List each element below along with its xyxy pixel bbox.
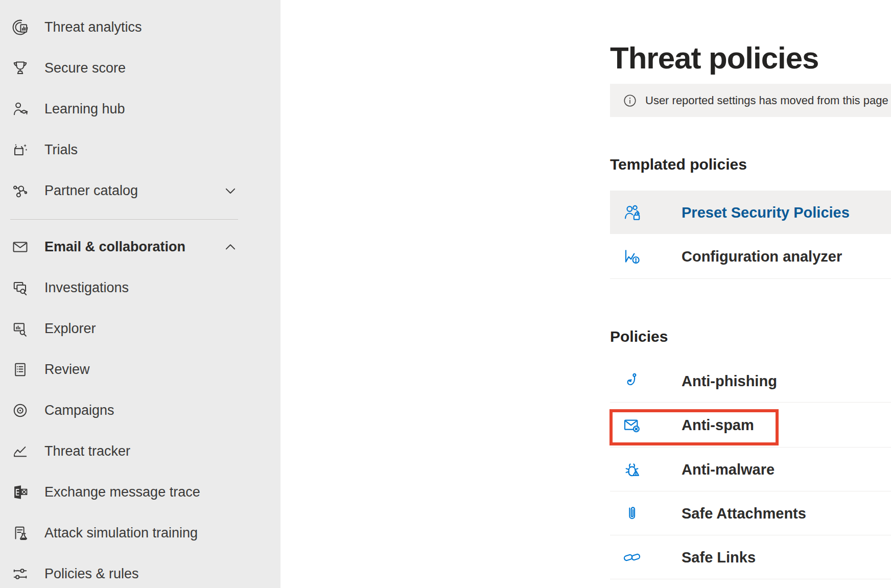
sidebar-item-attack-simulation-training[interactable]: Attack simulation training xyxy=(0,512,280,553)
banner-message: User reported settings has moved from th… xyxy=(645,94,891,107)
sidebar-item-label: Investigations xyxy=(44,280,129,296)
anti-malware-icon xyxy=(622,459,642,480)
sidebar-item-label: Email & collaboration xyxy=(44,239,185,255)
sidebar-divider xyxy=(10,219,238,220)
sidebar-item-threat-analytics[interactable]: Threat analytics xyxy=(0,7,280,48)
chevron-up-icon[interactable] xyxy=(223,239,238,254)
defender-portal-screen: Threat analytics Secure score Learning h… xyxy=(0,0,891,588)
trophy-icon xyxy=(11,59,30,78)
threat-analytics-icon xyxy=(11,18,30,37)
anti-spam-icon xyxy=(622,415,642,435)
sidebar-item-label: Trials xyxy=(44,142,78,158)
sidebar-item-label: Review xyxy=(44,362,90,378)
explorer-icon xyxy=(11,319,30,338)
configuration-analyzer-icon xyxy=(622,246,642,267)
sidebar-item-policies-rules[interactable]: Policies & rules xyxy=(0,553,280,588)
sidebar-item-partner-catalog[interactable]: Partner catalog xyxy=(0,170,280,211)
sliders-icon xyxy=(11,565,30,583)
row-anti-phishing[interactable]: Anti-phishing Protect users from p xyxy=(610,360,891,403)
sidebar-item-label: Threat tracker xyxy=(44,443,130,459)
sidebar-item-label: Threat analytics xyxy=(44,19,142,35)
main-content: Threat policies User reported settings h… xyxy=(280,0,891,588)
attack-simulation-icon xyxy=(11,524,30,543)
exchange-icon xyxy=(11,483,30,502)
review-icon xyxy=(11,360,30,379)
policies-heading: Policies xyxy=(610,328,668,345)
row-title[interactable]: Anti-malware xyxy=(682,461,775,478)
row-anti-spam[interactable]: Anti-spam Protect your organiz xyxy=(610,403,891,448)
sidebar-item-label: Explorer xyxy=(44,321,96,337)
safe-links-icon xyxy=(622,547,642,568)
chevron-down-icon[interactable] xyxy=(223,183,238,198)
info-banner: User reported settings has moved from th… xyxy=(610,84,891,117)
partner-catalog-icon xyxy=(11,181,30,200)
row-anti-malware[interactable]: Anti-malware Protect your organiz xyxy=(610,448,891,491)
sidebar-item-investigations[interactable]: Investigations xyxy=(0,267,280,308)
mail-icon xyxy=(11,238,30,256)
sidebar-item-label: Campaigns xyxy=(44,403,114,418)
templated-policies-heading: Templated policies xyxy=(610,156,747,173)
sidebar-item-label: Policies & rules xyxy=(44,566,139,582)
investigations-icon xyxy=(11,278,30,297)
row-title[interactable]: Configuration analyzer xyxy=(682,248,842,265)
row-title[interactable]: Safe Attachments xyxy=(682,505,806,522)
row-title[interactable]: Anti-spam xyxy=(682,416,754,433)
sidebar-item-label: Partner catalog xyxy=(44,183,138,199)
learning-hub-icon xyxy=(11,100,30,119)
sidebar-item-exchange-message-trace[interactable]: Exchange message trace xyxy=(0,472,280,512)
sidebar-item-trials[interactable]: Trials xyxy=(0,129,280,170)
sidebar-nav: Threat analytics Secure score Learning h… xyxy=(0,0,280,588)
paperclip-icon xyxy=(622,503,642,524)
row-title-link[interactable]: Preset Security Policies xyxy=(682,204,850,221)
row-title[interactable]: Anti-phishing xyxy=(682,372,777,389)
threat-tracker-icon xyxy=(11,442,30,461)
row-title[interactable]: Safe Links xyxy=(682,549,756,566)
sidebar-item-email-collaboration[interactable]: Email & collaboration xyxy=(0,226,280,267)
sidebar-item-threat-tracker[interactable]: Threat tracker xyxy=(0,431,280,472)
sidebar-item-explorer[interactable]: Explorer xyxy=(0,308,280,349)
sidebar-item-campaigns[interactable]: Campaigns xyxy=(0,390,280,431)
sidebar-item-label: Exchange message trace xyxy=(44,484,200,500)
sidebar-item-learning-hub[interactable]: Learning hub xyxy=(0,88,280,129)
trials-icon xyxy=(11,140,30,159)
preset-security-policies-icon xyxy=(622,202,642,223)
sidebar-item-review[interactable]: Review xyxy=(0,349,280,390)
row-safe-attachments[interactable]: Safe Attachments Protect your organiz xyxy=(610,491,891,535)
anti-phishing-icon xyxy=(622,371,642,391)
info-icon xyxy=(622,93,638,108)
sidebar-item-secure-score[interactable]: Secure score xyxy=(0,48,280,88)
sidebar-item-label: Learning hub xyxy=(44,101,125,117)
row-configuration-analyzer[interactable]: Configuration analyzer Identify issues i… xyxy=(610,234,891,279)
page-title: Threat policies xyxy=(610,42,818,75)
campaigns-icon xyxy=(11,401,30,420)
row-safe-links[interactable]: Safe Links Protect your users fr xyxy=(610,535,891,579)
row-preset-security-policies[interactable]: Preset Security Policies Easily configur… xyxy=(610,191,891,234)
sidebar-item-label: Secure score xyxy=(44,60,126,76)
sidebar-item-label: Attack simulation training xyxy=(44,525,198,541)
